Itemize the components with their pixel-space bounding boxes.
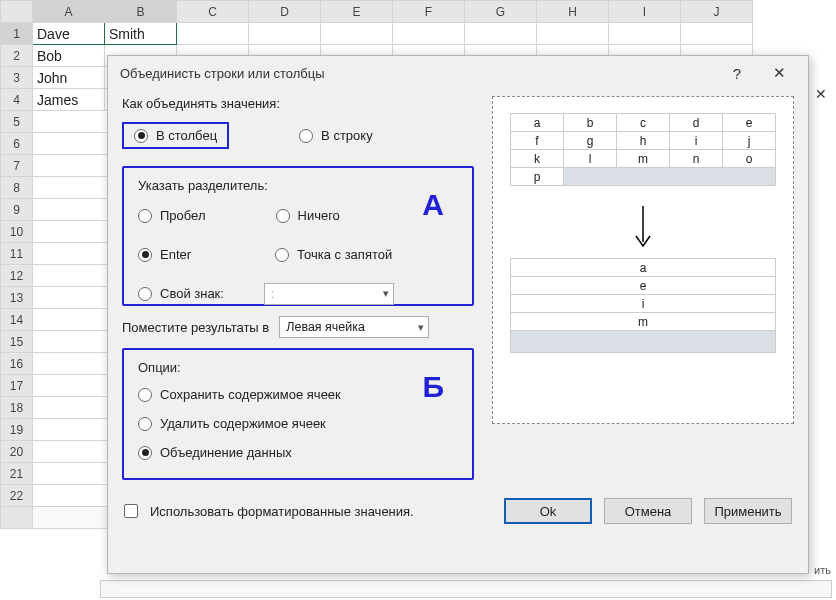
radio-nothing[interactable]: Ничего xyxy=(276,208,340,223)
merge-dialog: Объединисть строки или столбцы ? ✕ Как о… xyxy=(107,55,809,574)
cell-A4[interactable]: James xyxy=(33,89,105,111)
how-label: Как объединять значения: xyxy=(122,96,484,111)
radio-enter[interactable]: Enter xyxy=(138,247,191,262)
annotation-a: А xyxy=(422,188,444,222)
place-result-combo[interactable]: Левая ячейка▾ xyxy=(279,316,429,338)
panel-close-icon[interactable]: ✕ xyxy=(809,84,833,104)
annotation-b: Б xyxy=(422,370,444,404)
radio-icon xyxy=(299,129,313,143)
options-title: Опции: xyxy=(138,360,458,375)
cancel-button[interactable]: Отмена xyxy=(604,498,692,524)
row-header[interactable]: 3 xyxy=(1,67,33,89)
separator-title: Указать разделитель: xyxy=(138,178,458,193)
formatted-values-label: Использовать форматированные значения. xyxy=(150,504,414,519)
row-header[interactable]: 1 xyxy=(1,23,33,45)
radio-keep-content[interactable]: Сохранить содержимое ячеек xyxy=(138,387,458,402)
col-header-G[interactable]: G xyxy=(465,1,537,23)
ok-button[interactable]: Ok xyxy=(504,498,592,524)
col-header-H[interactable]: H xyxy=(537,1,609,23)
cell[interactable] xyxy=(177,23,249,45)
row-header[interactable]: 4 xyxy=(1,89,33,111)
cell-B1[interactable]: Smith xyxy=(105,23,177,45)
col-header-B[interactable]: B xyxy=(105,1,177,23)
col-header-I[interactable]: I xyxy=(609,1,681,23)
separator-group: Указать разделитель: Пробел Ничего Enter… xyxy=(122,166,474,306)
panel-fragment: ить xyxy=(814,564,830,576)
apply-button[interactable]: Применить xyxy=(704,498,792,524)
custom-separator-combo[interactable]: :▾ xyxy=(264,283,394,305)
radio-custom[interactable]: Свой знак: xyxy=(138,286,224,301)
arrow-down-icon xyxy=(501,206,785,250)
cell-A2[interactable]: Bob xyxy=(33,45,105,67)
cell-A3[interactable]: John xyxy=(33,67,105,89)
chevron-down-icon: ▾ xyxy=(383,287,389,300)
col-header-E[interactable]: E xyxy=(321,1,393,23)
dialog-title: Объединисть строки или столбцы xyxy=(120,66,325,81)
place-label: Поместите результаты в xyxy=(122,320,269,335)
checkbox-formatted-values[interactable] xyxy=(124,504,138,518)
radio-semicolon[interactable]: Точка с запятой xyxy=(275,247,392,262)
preview-result-grid: a e i m xyxy=(510,258,776,353)
col-header-D[interactable]: D xyxy=(249,1,321,23)
col-header-A[interactable]: A xyxy=(33,1,105,23)
radio-into-row[interactable]: В строку xyxy=(299,122,373,149)
radio-clear-content[interactable]: Удалить содержимое ячеек xyxy=(138,416,458,431)
col-header-F[interactable]: F xyxy=(393,1,465,23)
col-header-C[interactable]: C xyxy=(177,1,249,23)
row-header[interactable]: 2 xyxy=(1,45,33,67)
preview-pane: abcde fghij klmno p a e i m xyxy=(492,96,794,424)
corner-cell[interactable] xyxy=(1,1,33,23)
radio-space[interactable]: Пробел xyxy=(138,208,206,223)
radio-merge-data[interactable]: Объединение данных xyxy=(138,445,458,460)
sheet-tab-bar[interactable] xyxy=(100,580,832,598)
titlebar[interactable]: Объединисть строки или столбцы ? ✕ xyxy=(108,56,808,90)
radio-icon xyxy=(134,129,148,143)
close-button[interactable]: ✕ xyxy=(758,59,800,87)
chevron-down-icon: ▾ xyxy=(418,321,424,334)
radio-into-column[interactable]: В столбец xyxy=(122,122,229,149)
cell-A1[interactable]: Dave xyxy=(33,23,105,45)
col-header-J[interactable]: J xyxy=(681,1,753,23)
options-group: Опции: Сохранить содержимое ячеек Удалит… xyxy=(122,348,474,480)
preview-source-grid: abcde fghij klmno p xyxy=(510,113,776,186)
help-button[interactable]: ? xyxy=(716,59,758,87)
